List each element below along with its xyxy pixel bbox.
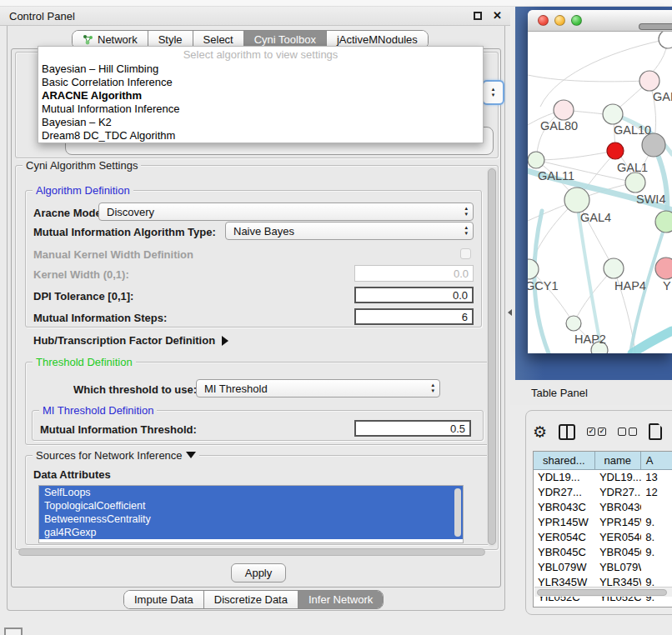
- network-edge: [528, 75, 649, 82]
- table-row[interactable]: YPR145WYPR145W9.: [534, 515, 672, 530]
- table-row[interactable]: YDR27...YDR27...12: [534, 485, 672, 500]
- algorithm-option[interactable]: Mutual Information Inference: [38, 102, 483, 116]
- mi-steps-label: Mutual Information Steps:: [33, 312, 167, 324]
- table-row[interactable]: YBR043CYBR043C: [534, 500, 672, 515]
- settings-vertical-scrollbar[interactable]: [487, 167, 497, 547]
- algorithm-option[interactable]: Dream8 DC_TDC Algorithm: [38, 129, 483, 142]
- data-attributes-list[interactable]: SelfLoopsTopologicalCoefficientBetweenne…: [38, 485, 464, 543]
- network-node[interactable]: [659, 32, 672, 48]
- float-window-icon[interactable]: [474, 12, 482, 20]
- mi-steps-field[interactable]: 6: [354, 308, 474, 325]
- combo-arrows-icon: ▴▾: [431, 382, 434, 394]
- attribute-item[interactable]: SelfLoops: [39, 486, 463, 499]
- attribute-item[interactable]: BetweennessCentrality: [39, 512, 463, 526]
- table-cell: YBL079W: [534, 560, 595, 575]
- table-cell: 13: [641, 470, 672, 485]
- apply-button[interactable]: Apply: [231, 563, 286, 582]
- aracne-mode-combo[interactable]: Discovery ▴▾: [98, 202, 474, 221]
- attribute-item[interactable]: gal4RGexp: [39, 526, 463, 539]
- node-label: GAL4: [580, 211, 611, 224]
- settings-horizontal-scrollbar-thumb[interactable]: [18, 548, 485, 556]
- table-toolbar: ⚙ ✓ ✓: [533, 418, 672, 446]
- table-cell: 9.: [641, 515, 672, 530]
- column-header[interactable]: A: [641, 452, 672, 469]
- sources-title[interactable]: Sources for Network Inference: [33, 449, 199, 462]
- column-header[interactable]: name: [595, 452, 641, 469]
- bottom-left-chip[interactable]: [4, 628, 23, 635]
- network-node[interactable]: [528, 152, 544, 168]
- table-horizontal-scrollbar[interactable]: [534, 587, 672, 597]
- network-node[interactable]: [639, 71, 659, 91]
- node-label: GAL: [653, 90, 672, 103]
- network-node[interactable]: [625, 172, 645, 192]
- network-canvas[interactable]: GALGAL80GAL10GAL1GAL11SWI4GAL4GCY1HAP4YH…: [528, 32, 672, 353]
- table-panel: ⚙ ✓ ✓ shared...nameA YDL19...YDL19...13Y…: [525, 410, 672, 615]
- settings-vertical-scrollbar-thumb[interactable]: [488, 168, 496, 545]
- table-row[interactable]: YBR045CYBR045C9.: [534, 545, 672, 560]
- panel-collapse-icon[interactable]: [508, 309, 512, 316]
- network-node[interactable]: [604, 258, 624, 278]
- mi-type-label: Mutual Information Algorithm Type:: [33, 226, 216, 238]
- algorithm-option[interactable]: Basic Correlation Inference: [38, 76, 483, 89]
- close-icon[interactable]: ✕: [493, 9, 502, 22]
- network-node[interactable]: [655, 258, 672, 279]
- close-traffic-light-icon[interactable]: [538, 15, 549, 26]
- attribute-item[interactable]: TopologicalCoefficient: [39, 499, 463, 512]
- tab-impute-data[interactable]: Impute Data: [124, 591, 204, 608]
- algorithm-definition-title: Algorithm Definition: [33, 184, 133, 197]
- network-node[interactable]: [607, 142, 624, 159]
- combo-arrows-icon: ▴▾: [492, 87, 495, 98]
- table-row[interactable]: YBL079WYBL079W: [534, 560, 672, 575]
- unchecked-box-icon: [618, 428, 626, 436]
- network-node[interactable]: [564, 188, 589, 212]
- which-threshold-combo[interactable]: MI Threshold ▴▾: [196, 379, 440, 398]
- network-node[interactable]: [642, 133, 665, 157]
- select-all-columns-icon[interactable]: ✓ ✓: [587, 428, 606, 436]
- table-horizontal-scrollbar-thumb[interactable]: [537, 589, 667, 596]
- table-cell: YDR27...: [595, 485, 641, 500]
- which-threshold-label: Which threshold to use:: [73, 383, 197, 396]
- hub-definition-toggle[interactable]: Hub/Transcription Factor Definition: [33, 334, 228, 347]
- tab-infer-network[interactable]: Infer Network: [298, 591, 383, 608]
- network-node[interactable]: [603, 104, 623, 124]
- control-panel-titlebar: Control Panel ✕: [0, 7, 510, 26]
- dpi-tolerance-field[interactable]: 0.0: [354, 287, 474, 303]
- tab-label: Cyni Toolbox: [254, 33, 316, 46]
- table-row[interactable]: YER054CYER054C8.: [534, 530, 672, 545]
- column-header[interactable]: shared...: [534, 452, 595, 469]
- minimize-traffic-light-icon[interactable]: [554, 15, 565, 26]
- tab-label: Select: [203, 33, 233, 46]
- network-node[interactable]: [554, 100, 574, 120]
- combo-arrows-icon: ▴▾: [464, 225, 468, 237]
- table-header: shared...nameA: [534, 452, 672, 470]
- table-cell: YDR27...: [534, 485, 595, 500]
- network-node[interactable]: [655, 211, 672, 232]
- node-label: GCY1: [528, 279, 559, 292]
- zoom-traffic-light-icon[interactable]: [571, 15, 582, 26]
- split-columns-icon[interactable]: [559, 424, 575, 440]
- table-cell: YDL19...: [534, 470, 595, 485]
- table-cell: YBR043C: [595, 500, 641, 515]
- network-node[interactable]: [566, 316, 581, 331]
- mi-threshold-field[interactable]: 0.5: [354, 420, 471, 437]
- kernel-width-field[interactable]: 0.0: [354, 265, 474, 282]
- table-row[interactable]: YDL19...YDL19...13: [534, 470, 672, 485]
- manual-kernel-checkbox[interactable]: [460, 248, 471, 259]
- gear-icon[interactable]: ⚙: [533, 423, 547, 440]
- algorithm-option[interactable]: Bayesian – K2: [38, 116, 483, 129]
- algorithm-combo-fragment[interactable]: ▴▾: [482, 80, 504, 105]
- document-icon[interactable]: [649, 423, 662, 440]
- dpi-tolerance-label: DPI Tolerance [0,1]:: [33, 290, 133, 302]
- list-scrollbar-thumb[interactable]: [454, 488, 461, 537]
- deselect-all-columns-icon[interactable]: [618, 428, 637, 436]
- algorithm-option[interactable]: ARACNE Algorithm: [38, 89, 483, 102]
- network-node[interactable]: [528, 259, 539, 279]
- network-edge: [536, 151, 615, 160]
- table-cell: 9.: [641, 545, 672, 560]
- settings-horizontal-scrollbar[interactable]: [17, 548, 487, 557]
- algorithm-option[interactable]: Bayesian – Hill Climbing: [38, 62, 483, 76]
- mi-type-combo[interactable]: Naive Bayes ▴▾: [225, 222, 474, 240]
- network-toolbar-fragment[interactable]: [639, 23, 672, 30]
- tab-label: Network: [98, 33, 138, 46]
- tab-discretize-data[interactable]: Discretize Data: [204, 591, 298, 608]
